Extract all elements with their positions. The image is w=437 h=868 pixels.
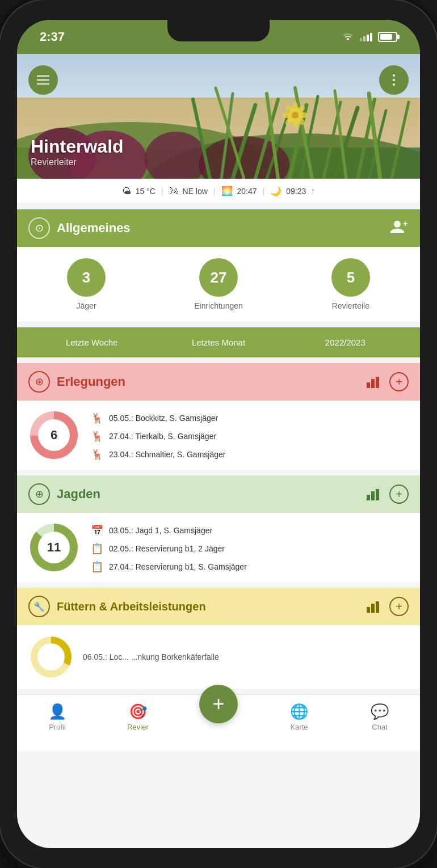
status-icons: [342, 31, 397, 43]
erlegungen-header-left: ⊛ Erlegungen: [28, 371, 125, 393]
nav-add-button[interactable]: +: [199, 685, 238, 723]
period-tabs: Letzte Woche Letztes Monat 2022/2023: [17, 327, 420, 357]
crosshair-icon: ⊙: [35, 222, 44, 234]
stat-jaeger-label: Jäger: [77, 301, 96, 310]
nav-chat[interactable]: 💬 Chat: [339, 701, 420, 731]
erlegungen-header: ⊛ Erlegungen +: [17, 363, 420, 401]
erlegungen-list: 🦌 05.05.: Bockkitz, S. Gamsjäger 🦌 27.04…: [91, 410, 409, 461]
stat-einrichtungen-label: Einrichtungen: [194, 301, 243, 310]
weather-sunrise: 09:23: [286, 187, 306, 196]
more-button[interactable]: [379, 65, 409, 95]
stat-einrichtungen-circle: 27: [199, 258, 238, 297]
jagden-text-1: 03.05.: Jagd 1, S. Gamsjäger: [109, 526, 212, 535]
header-text: Hinterwald Revierleiter: [31, 136, 124, 167]
futtern-preview: 06.05.: Loc... ...nkung Borkenkäferfalle: [28, 634, 409, 680]
weather-sep-1: |: [161, 187, 163, 196]
stat-revierteile: 5 Revierteile: [331, 258, 370, 310]
erlegungen-item-1: 🦌 05.05.: Bockkitz, S. Gamsjäger: [91, 412, 409, 424]
add-person-button[interactable]: +: [389, 218, 409, 238]
jagden-item-2: 📋 02.05.: Reservierung b1, 2 Jäger: [91, 542, 409, 555]
jagden-text-3: 27.04.: Reservierung b1, S. Gamsjäger: [109, 562, 247, 571]
header-section: Hinterwald Revierleiter: [17, 54, 420, 179]
stat-revierteile-value: 5: [347, 269, 355, 286]
futtern-add-button[interactable]: +: [389, 597, 409, 616]
futtern-preview-text: 06.05.: Loc... ...nkung Borkenkäferfalle: [83, 652, 219, 661]
erlegungen-header-right: +: [365, 372, 409, 391]
stat-einrichtungen: 27 Einrichtungen: [194, 258, 243, 310]
futtern-title: Füttern & Arbeitsleistungen: [57, 600, 206, 613]
location-name: Hinterwald: [31, 136, 124, 157]
weather-wind: NE low: [183, 187, 208, 196]
nav-chat-label: Chat: [372, 723, 387, 731]
futtern-chart-button[interactable]: [365, 598, 383, 615]
allgemeines-icon: ⊙: [28, 217, 50, 239]
allgemeines-header-right: +: [389, 218, 409, 238]
jagden-donut: 11: [28, 522, 79, 573]
stat-revierteile-circle: 5: [331, 258, 370, 297]
jagden-crosshair-icon: ⊕: [35, 488, 44, 500]
nav-profil[interactable]: 👤 Profil: [17, 701, 98, 731]
wifi-icon: [342, 31, 354, 43]
wrench-icon: 🔧: [33, 601, 45, 612]
nav-profil-label: Profil: [49, 723, 66, 731]
jagden-body: 11 📅 03.05.: Jagd 1, S. Gamsjäger 📋: [17, 513, 420, 582]
jagden-chart-button[interactable]: [365, 486, 383, 503]
nav-revier-label: Revier: [127, 723, 149, 731]
bottom-nav: 👤 Profil 🎯 Revier + 🌐 Karte 💬 Chat: [17, 694, 420, 751]
jagden-item-1: 📅 03.05.: Jagd 1, S. Gamsjäger: [91, 524, 409, 537]
menu-button[interactable]: [28, 65, 58, 95]
erlegungen-text-3: 23.04.: Schmaltier, S. Gamsjäger: [109, 450, 225, 459]
weather-bar: 🌤 15 °C | 🌬 NE low | 🌅 20:47 | 🌙 09:23 ↑: [17, 179, 420, 204]
calendar-icon-2: 📋: [91, 542, 103, 555]
jagden-add-button[interactable]: +: [389, 484, 409, 504]
erlegungen-text-2: 27.04.: Tierkalb, S. Gamsjäger: [109, 432, 216, 441]
futtern-icon: 🔧: [28, 596, 50, 617]
erlegungen-body: 6 🦌 05.05.: Bockkitz, S. Gamsjäger 🦌: [17, 401, 420, 470]
jagden-title: Jagden: [57, 487, 100, 502]
futtern-header: 🔧 Füttern & Arbeitsleistungen +: [17, 588, 420, 625]
svg-rect-39: [367, 495, 370, 500]
erlegungen-chart-button[interactable]: [365, 373, 383, 390]
svg-rect-46: [376, 601, 379, 613]
tab-letzte-woche[interactable]: Letzte Woche: [28, 333, 155, 352]
futtern-donut: [28, 634, 74, 680]
stat-jaeger: 3 Jäger: [67, 258, 106, 310]
jagden-icon: ⊕: [28, 483, 50, 505]
jagden-header-left: ⊕ Jagden: [28, 483, 100, 505]
tab-2022-2023[interactable]: 2022/2023: [282, 333, 409, 352]
allgemeines-section: ⊙ Allgemeines + 3: [17, 209, 420, 322]
erlegungen-text-1: 05.05.: Bockkitz, S. Gamsjäger: [109, 414, 218, 423]
jagden-text-2: 02.05.: Reservierung b1, 2 Jäger: [109, 544, 225, 553]
allgemeines-header: ⊙ Allgemeines +: [17, 209, 420, 247]
jagden-header-right: +: [365, 484, 409, 504]
weather-wind-icon: 🌬: [169, 186, 178, 196]
nav-center-placeholder: +: [178, 701, 259, 703]
svg-text:+: +: [403, 220, 407, 228]
svg-rect-45: [371, 604, 375, 613]
stat-revierteile-label: Revierteile: [332, 301, 369, 310]
jagden-list: 📅 03.05.: Jagd 1, S. Gamsjäger 📋 02.05.:…: [91, 522, 409, 573]
nav-revier[interactable]: 🎯 Revier: [98, 701, 178, 731]
weather-sunset-icon: 🌅: [221, 186, 233, 196]
status-time: 2:37: [40, 30, 65, 44]
nav-karte[interactable]: 🌐 Karte: [259, 701, 339, 731]
svg-rect-41: [376, 489, 379, 500]
erlegungen-add-button[interactable]: +: [389, 372, 409, 391]
weather-temperature: 15 °C: [136, 187, 156, 196]
target-icon: ⊛: [35, 376, 44, 388]
battery-icon: [378, 32, 397, 42]
weather-icon-sun: 🌤: [122, 186, 131, 196]
deer-icon-3: 🦌: [91, 448, 103, 461]
weather-moon-icon: 🌙: [270, 186, 281, 196]
erlegungen-item-3: 🦌 23.04.: Schmaltier, S. Gamsjäger: [91, 448, 409, 461]
karte-icon: 🌐: [290, 703, 308, 720]
notch: [167, 20, 270, 41]
futtern-header-left: 🔧 Füttern & Arbeitsleistungen: [28, 596, 206, 617]
weather-sep-3: |: [263, 187, 265, 196]
calendar-icon-3: 📋: [91, 561, 103, 573]
tab-letztes-monat[interactable]: Letztes Monat: [155, 333, 281, 352]
allgemeines-title: Allgemeines: [57, 221, 131, 235]
plus-icon: +: [212, 694, 224, 714]
stat-jaeger-circle: 3: [67, 258, 106, 297]
chat-icon: 💬: [371, 703, 389, 720]
